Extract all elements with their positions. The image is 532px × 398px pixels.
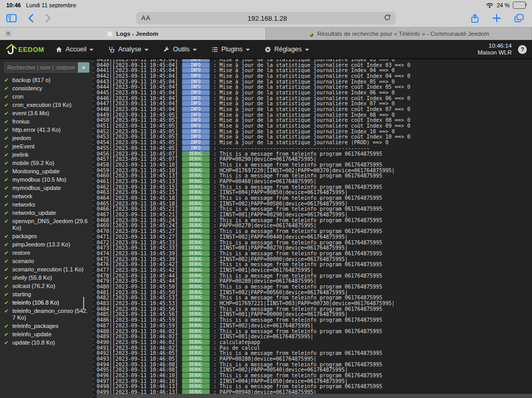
jeedom-logo-text: EEDOM [18,46,44,53]
log-level-badge: DEBUG [182,328,210,334]
menu-outils[interactable]: Outils [163,46,197,53]
sidebar-item-packages[interactable]: ✔packages [4,232,90,240]
sidebar-item-cron_execution[interactable]: ✔cron_execution (19 Ko) [4,101,90,109]
home-icon [56,46,62,53]
sidebar-item-networks[interactable]: ✔networks [4,200,90,209]
log-row: 0485|[2023-09-11 10:45:56]DEBUG: IINST=0… [97,312,532,318]
reload-button[interactable] [384,13,391,23]
log-message: : This is a message from teleinfo progra… [214,228,382,234]
url-text[interactable]: 192.168.1.28 [151,15,384,22]
menu-reglages[interactable]: Réglages [264,46,309,53]
log-row: 0467|[2023-09-11 10:45:21]DEBUG: IINST=0… [97,212,532,217]
sidebar-item-teleinfo_packages[interactable]: ✔teleinfo_packages [4,322,90,330]
log-level-badge: DEBUG [182,251,210,256]
log-line-number: 0471|[2023-09-11 10:45:27] [97,234,178,240]
sidebar-item-network[interactable]: ✔network [4,192,90,200]
tab-title: Logs - Jeedom [116,31,158,37]
log-level-badge: INFO [182,112,210,118]
sidebar-item-consistency[interactable]: ✔consistency [4,84,90,92]
log-message: : This is a message from teleinfo progra… [214,217,382,223]
sidebar-item-pimpJeedom[interactable]: ✔pimpJeedom (13.3 Ko) [4,240,90,249]
sidebar-item-update[interactable]: ✔update (10.8 Ko) [4,338,90,347]
status-time: 10:46 [6,2,21,8]
log-message: : This is a message from teleinfo progra… [214,362,382,367]
sidebar-item-Monitoring_update[interactable]: ✔Monitoring_update [4,167,90,175]
menu-accueil[interactable]: Accueil [56,46,94,53]
log-message: : Pas de calcul [214,345,260,351]
log-line-number: 0468|[2023-09-11 10:45:24] [97,217,178,223]
sidebar-item-starting[interactable]: ✔starting [4,290,90,298]
check-icon: ✔ [4,241,9,248]
clear-search-button[interactable]: ✕ [78,62,89,73]
tab-title: Résultats de recherche pour « Téléinfo »… [317,31,489,37]
sidebar-item-jeeEvent[interactable]: ✔jeeEvent [4,142,90,150]
sidebar-item-backup[interactable]: ✔backup (817 o) [4,76,90,84]
sidebar-toggle-button[interactable] [6,14,17,22]
sidebar-item-openvpn_DNS_Jeedom[interactable]: ✔openvpn_DNS_Jeedom (29.6 Ko) [4,217,90,232]
jeedom-logo[interactable]: EEDOM [5,43,44,56]
log-message: : This is a message from teleinfo progra… [214,306,382,312]
sidebar-item-mymodbus_update[interactable]: ✔mymodbus_update [4,184,90,192]
log-row: 0460|[2023-09-11 10:45:13]DEBUG: This is… [97,173,532,179]
sidebar-item-teleinfo_deamon_conso[interactable]: ✔teleinfo_deamon_conso (542.7 Ko) [4,307,90,322]
sidebar-item-mobile[interactable]: ✔mobile (59.2 Ko) [4,159,90,167]
sidebar-item-cron[interactable]: ✔cron [4,92,90,101]
tab-logs-jeedom[interactable]: ✕ Logs - Jeedom [0,28,266,40]
tab-communaute-jeedom[interactable]: Résultats de recherche pour « Téléinfo »… [266,28,532,40]
log-rows: 0439|[2023-09-11 10:45:04]INFO: Mise à j… [97,59,532,395]
sidebar-item-shelly[interactable]: ✔shelly (55.8 Ko) [4,273,90,282]
menu-analyse[interactable]: Analyse [108,46,148,53]
jeedom-clock: 10:46:14 [477,43,512,49]
log-level-badge: DEBUG [182,189,210,195]
address-bar[interactable]: AA 192.168.1.28 [136,12,396,24]
log-message: : IINST=002|PAPP=00540|device=0617648759… [214,367,348,373]
check-icon: ✔ [4,185,9,191]
reader-options-button[interactable]: AA [141,15,151,22]
log-line-number: 0492|[2023-09-11 10:46:05] [97,350,178,356]
log-line-number: 0494|[2023-09-11 10:46:08] [97,362,178,367]
log-line-number: 0444|[2023-09-11 10:45:04] [97,84,178,90]
sidebar-item-jeelink[interactable]: ✔jeelink [4,150,90,159]
sidebar-item-jeedom[interactable]: ✔jeedom [4,134,90,142]
log-line-number: 0469|[2023-09-11 10:45:24] [97,223,178,228]
log-message: : Mise à jour de la statistique journali… [214,140,389,145]
log-line-number: 0490|[2023-09-11 10:46:02] [97,339,178,345]
menu-plugins[interactable]: Plugins [211,46,250,53]
sidebar-item-event[interactable]: ✔event (3.6 Mo) [4,109,90,117]
log-level-badge: INFO [182,73,210,79]
log-row: 0474|[2023-09-11 10:45:39]DEBUG: This is… [97,251,532,256]
sidebar-item-fronius[interactable]: ✔fronius [4,117,90,126]
new-tab-button[interactable] [493,14,501,22]
sidebar-item-restore[interactable]: ✔restore [4,249,90,257]
log-message: : Mise à jour de la statistique journali… [214,95,410,101]
log-level-badge: DEBUG [182,273,210,279]
sidebar-item-teleinfo_update[interactable]: ✔teleinfo_update [4,330,90,338]
sidebar-item-scenario[interactable]: ✔scenario [4,257,90,265]
log-line-number: 0476|[2023-09-11 10:45:42] [97,262,178,267]
log-level-badge: DEBUG [182,290,210,295]
log-line-number: 0495|[2023-09-11 10:46:08] [97,367,178,373]
sidebar-item-teleinfo[interactable]: ✔teleinfo (106.8 Ko) [4,298,90,307]
sidebar-item-networks_update[interactable]: ✔networks_update [4,209,90,217]
check-icon: ✔ [4,275,9,281]
sidebar-item-scenario_execution[interactable]: ✔scenario_execution (1.1 Ko) [4,265,90,273]
chevron-down-icon [193,49,197,51]
back-button[interactable] [28,13,34,23]
close-tab-icon[interactable]: ✕ [5,31,11,37]
share-button[interactable] [471,13,479,23]
sidebar-item-http.error[interactable]: ✔http.error (41.3 Ko) [4,126,90,134]
log-level-badge: DEBUG [182,295,210,300]
log-level-badge: DEBUG [182,311,210,317]
log-level-badge: DEBUG [182,212,210,217]
forward-button[interactable] [45,13,51,23]
sidebar-item-solcast[interactable]: ✔solcast (76.2 Ko) [4,282,90,290]
log-line-number: 0484|[2023-09-11 10:45:56] [97,306,178,312]
log-row: 0476|[2023-09-11 10:45:42]DEBUG: This is… [97,262,532,267]
help-button[interactable]: ? [518,45,527,54]
bottom-scroll-area[interactable] [97,394,532,398]
profile-name: Maison WLR [477,49,512,56]
search-input[interactable] [4,62,78,73]
sidebar-item-mymodbus[interactable]: ✔mymodbus (10.5 Mo) [4,175,90,184]
tabs-overview-button[interactable] [514,14,524,22]
log-line-number: 0456|[2023-09-11 10:45:07] [97,151,178,157]
